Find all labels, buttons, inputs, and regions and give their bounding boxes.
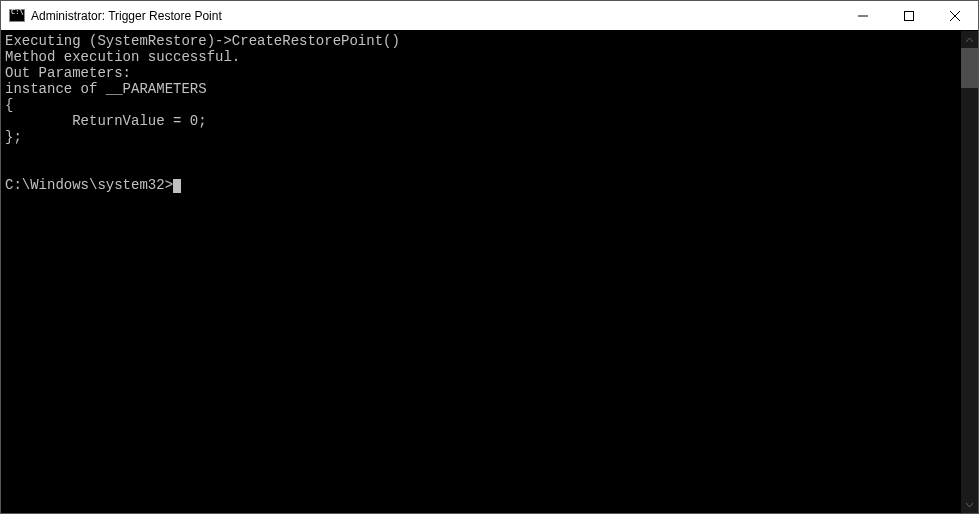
console-area: Executing (SystemRestore)->CreateRestore… — [1, 31, 978, 513]
chevron-down-icon — [966, 503, 973, 507]
console-output[interactable]: Executing (SystemRestore)->CreateRestore… — [1, 31, 961, 513]
chevron-up-icon — [966, 38, 973, 42]
console-lines: Executing (SystemRestore)->CreateRestore… — [5, 33, 400, 145]
minimize-icon — [858, 11, 868, 21]
vertical-scrollbar[interactable] — [961, 31, 978, 513]
prompt: C:\Windows\system32> — [5, 177, 173, 193]
maximize-button[interactable] — [886, 1, 932, 30]
scroll-down-arrow[interactable] — [961, 496, 978, 513]
minimize-button[interactable] — [840, 1, 886, 30]
text-cursor — [173, 179, 181, 193]
window-title: Administrator: Trigger Restore Point — [31, 9, 840, 23]
maximize-icon — [904, 11, 914, 21]
close-icon — [950, 11, 960, 21]
svg-rect-1 — [905, 11, 914, 20]
titlebar[interactable]: Administrator: Trigger Restore Point — [1, 1, 978, 31]
close-button[interactable] — [932, 1, 978, 30]
scroll-track[interactable] — [961, 48, 978, 496]
cmd-icon — [9, 9, 25, 23]
scroll-up-arrow[interactable] — [961, 31, 978, 48]
scroll-thumb[interactable] — [961, 48, 978, 88]
window-controls — [840, 1, 978, 30]
console-window: Administrator: Trigger Restore Point Exe… — [0, 0, 979, 514]
